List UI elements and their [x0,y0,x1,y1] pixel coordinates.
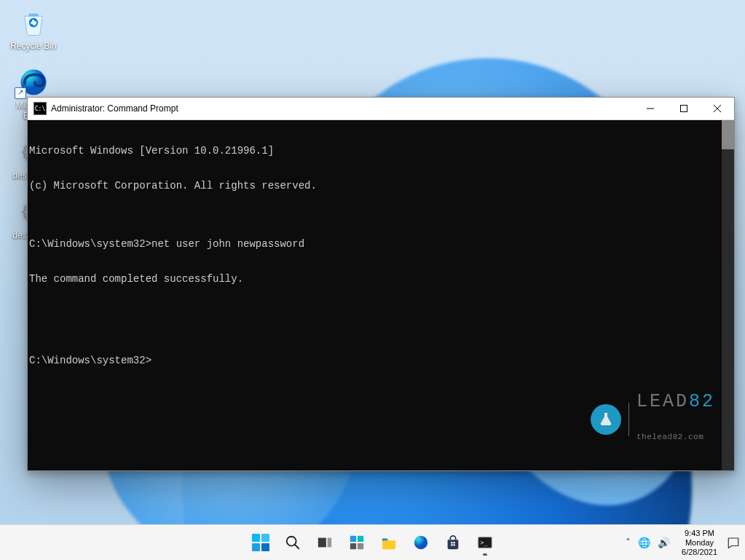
taskbar-search-button[interactable] [278,528,307,557]
notification-icon [727,536,740,549]
taskbar-center: >_ [246,528,500,557]
console-line: Microsoft Windows [Version 10.0.21996.1] [28,145,734,157]
desktop-background[interactable]: Recycle Bin ↗ Microsoft Edge [0,0,745,560]
maximize-icon [680,105,687,112]
widgets-icon [349,535,365,551]
console-line: C:\Windows\system32>net user john newpas… [28,238,734,250]
clock-time: 9:43 PM [682,529,717,538]
desktop-icon-recycle-bin[interactable]: Recycle Bin [6,6,61,51]
taskbar-widgets-button[interactable] [342,528,371,557]
svg-rect-19 [453,544,454,545]
console-line: The command completed successfully. [28,273,734,285]
taskbar-task-view-button[interactable] [310,528,339,557]
svg-line-8 [294,545,299,549]
svg-point-15 [414,536,427,549]
clock-day: Monday [682,538,717,548]
windows-start-icon [252,534,269,551]
cmd-icon: >_ [477,535,493,551]
console-output[interactable]: Microsoft Windows [Version 10.0.21996.1]… [28,120,734,470]
cmd-app-icon: C:\ [33,102,47,115]
minimize-icon [647,105,654,112]
window-titlebar[interactable]: C:\ Administrator: Command Prompt [28,98,734,120]
task-view-icon [317,535,333,551]
svg-rect-4 [681,106,687,112]
watermark: LEAD82 thelead82.com [591,373,715,466]
svg-rect-9 [318,538,326,548]
svg-rect-11 [350,536,355,542]
window-title: Administrator: Command Prompt [51,103,634,114]
window-maximize-button[interactable] [667,98,701,119]
svg-text:>_: >_ [480,539,487,546]
tray-network-icon[interactable]: 🌐 [638,537,650,548]
console-line: (c) Microsoft Corporation. All rights re… [28,180,734,192]
tray-volume-icon[interactable]: 🔊 [658,537,670,548]
scrollbar-thumb[interactable] [722,120,734,149]
console-scrollbar[interactable] [722,120,734,470]
close-icon [714,105,721,112]
taskbar-file-explorer-button[interactable] [374,528,403,557]
system-tray: ˄ 🌐 🔊 [626,537,674,548]
console-prompt[interactable]: C:\Windows\system32> [28,355,734,366]
svg-rect-17 [453,542,454,543]
window-close-button[interactable] [701,98,734,119]
svg-rect-13 [350,543,355,549]
svg-rect-18 [451,544,452,545]
taskbar-command-prompt-button[interactable]: >_ [470,528,500,557]
watermark-brand-suffix: 82 [689,391,715,412]
svg-rect-12 [357,536,363,542]
edge-icon [413,535,429,551]
window-minimize-button[interactable] [634,98,667,119]
taskbar-start-button[interactable] [246,528,275,557]
svg-rect-10 [327,538,331,548]
taskbar-clock[interactable]: 9:43 PM Monday 6/28/2021 [679,529,720,557]
shortcut-arrow-icon: ↗ [15,87,26,99]
watermark-brand: LEAD [636,391,689,412]
store-icon [445,535,461,551]
command-prompt-window[interactable]: C:\ Administrator: Command Prompt Micros… [27,97,735,471]
search-icon [285,535,301,551]
desktop-icon-label: Recycle Bin [6,41,61,51]
taskbar-notifications-button[interactable] [725,528,742,557]
tray-overflow-button[interactable]: ˄ [626,537,631,548]
svg-rect-14 [357,543,363,549]
watermark-url: thelead82.com [636,431,715,443]
recycle-bin-icon [17,6,50,39]
svg-rect-16 [451,542,452,543]
taskbar-store-button[interactable] [438,528,468,557]
taskbar-right: ˄ 🌐 🔊 9:43 PM Monday 6/28/2021 [626,528,742,557]
taskbar-edge-button[interactable] [406,528,435,557]
taskbar: >_ ˄ 🌐 🔊 9:43 PM Monday 6/28/2021 [0,524,745,560]
clock-date: 6/28/2021 [682,548,717,557]
folder-icon [381,535,397,551]
flask-icon [591,404,621,435]
